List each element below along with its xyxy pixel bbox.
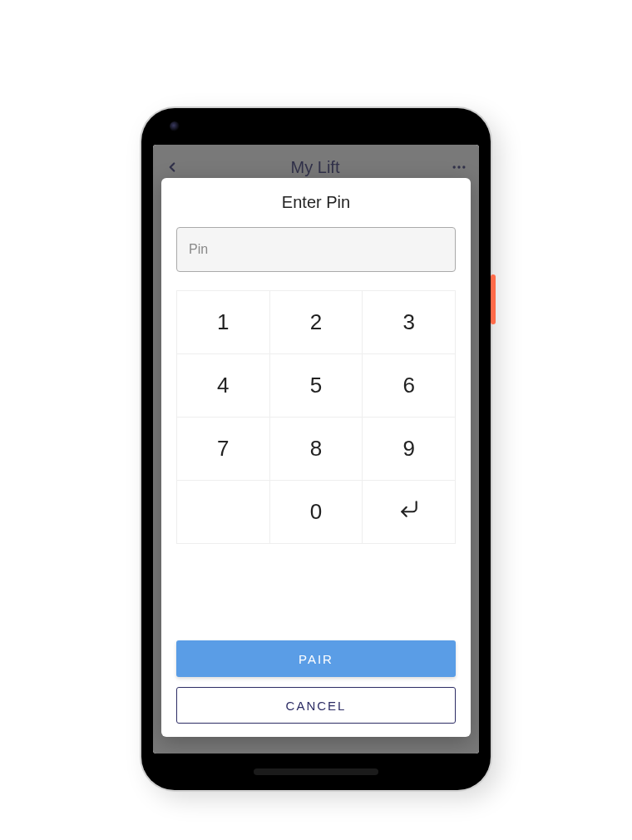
key-0[interactable]: 0 xyxy=(270,481,363,544)
phone-frame: My Lift Enter Pin 1 2 3 4 5 6 7 8 9 xyxy=(141,108,491,790)
pair-button[interactable]: PAIR xyxy=(176,640,456,677)
key-3[interactable]: 3 xyxy=(363,291,456,354)
keypad: 1 2 3 4 5 6 7 8 9 0 xyxy=(176,290,456,544)
key-6[interactable]: 6 xyxy=(363,354,456,418)
key-enter[interactable] xyxy=(363,481,456,544)
key-5[interactable]: 5 xyxy=(270,354,363,418)
key-blank xyxy=(177,481,270,544)
key-9[interactable]: 9 xyxy=(363,418,456,481)
key-1[interactable]: 1 xyxy=(177,291,270,354)
phone-power-button xyxy=(491,274,496,324)
key-7[interactable]: 7 xyxy=(177,418,270,481)
key-8[interactable]: 8 xyxy=(270,418,363,481)
key-2[interactable]: 2 xyxy=(270,291,363,354)
enter-pin-dialog: Enter Pin 1 2 3 4 5 6 7 8 9 0 xyxy=(161,178,471,737)
key-4[interactable]: 4 xyxy=(177,354,270,418)
screen: My Lift Enter Pin 1 2 3 4 5 6 7 8 9 xyxy=(153,145,479,754)
phone-speaker xyxy=(254,768,378,775)
enter-icon xyxy=(398,498,420,526)
cancel-button[interactable]: CANCEL xyxy=(176,687,456,724)
dialog-title: Enter Pin xyxy=(176,193,456,212)
pin-input[interactable] xyxy=(176,227,456,272)
